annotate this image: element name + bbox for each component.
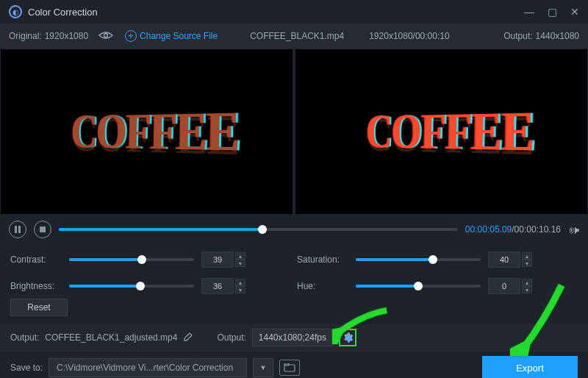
edit-filename-icon[interactable] <box>183 332 193 344</box>
brightness-slider[interactable] <box>69 285 194 288</box>
preview-toggle-icon[interactable] <box>98 31 115 42</box>
change-source-label: Change Source File <box>140 31 218 41</box>
brightness-value[interactable]: 36 <box>201 278 234 294</box>
brightness-step-down[interactable]: ▼ <box>235 286 245 293</box>
saturation-step-down[interactable]: ▼ <box>522 260 532 267</box>
stop-button[interactable] <box>34 221 51 238</box>
close-button[interactable]: ✕ <box>570 6 579 18</box>
output-settings-button[interactable] <box>339 329 356 346</box>
contrast-value-box: 39 ▲▼ <box>201 252 253 268</box>
source-filename: COFFEE_BLACK1.mp4 <box>250 31 344 41</box>
reset-button[interactable]: Reset <box>10 299 68 316</box>
hue-label: Hue: <box>297 281 348 291</box>
time-current: 00:00:05.09 <box>465 224 512 235</box>
change-source-button[interactable]: + Change Source File <box>125 30 218 42</box>
time-total: 00:00:10.16 <box>514 224 561 235</box>
preview-text-original: COFFEE <box>71 99 239 165</box>
pause-button[interactable] <box>9 221 26 238</box>
brightness-label: Brightness: <box>10 281 62 291</box>
preview-area: COFFEE COFFEE <box>0 49 588 215</box>
app-logo-icon: ◐ <box>9 5 22 18</box>
contrast-slider[interactable] <box>69 258 194 261</box>
output-label: Output: <box>503 31 532 41</box>
hue-slider[interactable] <box>356 285 481 288</box>
contrast-step-up[interactable]: ▲ <box>235 252 245 260</box>
plus-icon: + <box>125 30 137 42</box>
minimize-button[interactable]: — <box>524 6 534 18</box>
saturation-label: Saturation: <box>297 254 348 265</box>
original-label: Original: <box>9 31 42 41</box>
hue-step-down[interactable]: ▼ <box>522 286 532 293</box>
contrast-label: Contrast: <box>10 254 62 265</box>
output-preview: COFFEE <box>295 49 587 214</box>
preview-text-output: COFFEE <box>365 99 534 165</box>
hue-step-up[interactable]: ▲ <box>522 279 532 286</box>
output-file-label: Output: <box>10 332 39 343</box>
saturation-slider[interactable] <box>356 258 481 261</box>
contrast-value[interactable]: 39 <box>201 252 234 268</box>
hue-value[interactable]: 0 <box>488 278 520 294</box>
svg-point-0 <box>104 33 108 37</box>
adjustment-panel: Contrast: 39 ▲▼ Saturation: 40 ▲▼ Bright… <box>0 244 588 299</box>
volume-icon[interactable]: 🕪 <box>568 224 579 236</box>
playback-bar: 00:00:05.09/00:00:10.16 🕪 <box>0 215 588 244</box>
save-path-dropdown[interactable]: ▼ <box>253 358 273 377</box>
reset-row: Reset <box>0 299 588 324</box>
contrast-step-down[interactable]: ▼ <box>235 260 245 267</box>
title-bar: ◐ Color Correction — ▢ ✕ <box>0 0 588 24</box>
output-format-label: Output: <box>217 332 245 343</box>
output-row: Output: COFFEE_BLACK1_adjusted.mp4 Outpu… <box>0 324 588 352</box>
output-resolution: 1440x1080 <box>536 31 579 41</box>
output-file-name: COFFEE_BLACK1_adjusted.mp4 <box>45 332 177 343</box>
maximize-button[interactable]: ▢ <box>548 6 557 18</box>
timecode: 00:00:05.09/00:00:10.16 <box>465 224 561 235</box>
hue-value-box: 0 ▲▼ <box>488 278 539 294</box>
original-resolution: 1920x1080 <box>45 31 88 41</box>
output-format-value: 1440x1080;24fps <box>252 329 333 346</box>
save-to-label: Save to: <box>10 363 43 373</box>
source-info: 1920x1080/00:00:10 <box>369 31 449 41</box>
save-row: Save to: C:\Vidmore\Vidmore Vi...rter\Co… <box>0 352 588 378</box>
brightness-step-up[interactable]: ▲ <box>235 279 245 286</box>
info-bar: Original: 1920x1080 + Change Source File… <box>0 24 588 49</box>
timeline-fill <box>59 228 262 231</box>
svg-rect-3 <box>40 227 46 232</box>
window-title: Color Correction <box>28 7 524 18</box>
timeline-thumb[interactable] <box>258 225 267 234</box>
browse-folder-button[interactable] <box>279 360 300 376</box>
export-button[interactable]: Export <box>482 356 578 378</box>
saturation-value[interactable]: 40 <box>488 252 520 268</box>
svg-rect-1 <box>15 226 17 233</box>
timeline-slider[interactable] <box>59 228 458 231</box>
svg-rect-2 <box>18 226 21 233</box>
save-path: C:\Vidmore\Vidmore Vi...rter\Color Corre… <box>49 358 247 377</box>
saturation-step-up[interactable]: ▲ <box>522 252 532 260</box>
original-preview: COFFEE <box>1 49 293 214</box>
saturation-value-box: 40 ▲▼ <box>488 252 539 268</box>
brightness-value-box: 36 ▲▼ <box>201 278 253 294</box>
